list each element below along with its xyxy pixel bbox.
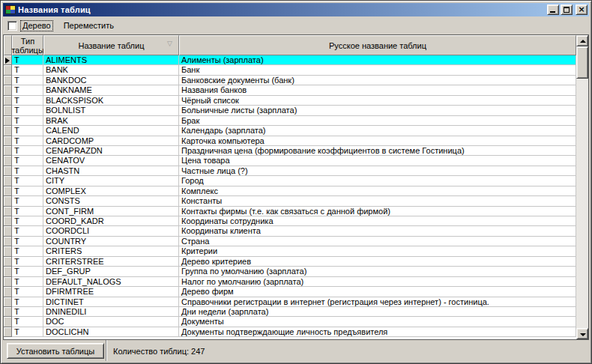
table-row[interactable]: TDOCLICHNДокументы подтверждающие личнос… [4, 327, 576, 337]
cell-type[interactable]: T [12, 76, 43, 85]
table-row[interactable]: TBRAKБрак [4, 116, 576, 126]
vertical-scrollbar[interactable] [576, 35, 588, 339]
table-row[interactable]: TCALENDКалендарь (зарплата) [4, 126, 576, 136]
cell-russian[interactable]: Критерии [179, 246, 576, 256]
table-row[interactable]: TBANKNAMEНазвания банков [4, 85, 576, 95]
cell-type[interactable]: T [12, 226, 43, 236]
cell-name[interactable]: CRITERSTREE [43, 257, 179, 267]
close-button[interactable]: × [576, 4, 588, 15]
move-menu-item[interactable]: Переместить [64, 21, 114, 30]
cell-russian[interactable]: Константы [179, 196, 576, 206]
cell-name[interactable]: BRAK [43, 116, 179, 126]
table-row[interactable]: TCITYГород [4, 176, 576, 186]
cell-russian[interactable]: Частные лица (?) [179, 166, 576, 176]
cell-name[interactable]: DEFAULT_NALOGS [43, 277, 179, 287]
cell-type[interactable]: T [12, 55, 43, 65]
cell-russian[interactable]: Налог по умолчанию (зарплата) [179, 277, 576, 287]
cell-type[interactable]: T [12, 146, 43, 156]
table-row[interactable]: TCHASTNЧастные лица (?) [4, 166, 576, 176]
cell-name[interactable]: CONSTS [43, 196, 179, 206]
cell-russian[interactable]: Банковские документы (банк) [179, 76, 576, 85]
cell-type[interactable]: T [12, 96, 43, 106]
cell-type[interactable]: T [12, 196, 43, 206]
cell-name[interactable]: BOLNLIST [43, 106, 179, 115]
cell-type[interactable]: T [12, 116, 43, 126]
table-row[interactable]: TDNINEDILIДни недели (зарплата) [4, 307, 576, 317]
cell-type[interactable]: T [12, 156, 43, 166]
cell-russian[interactable]: Цена товара [179, 156, 576, 166]
cell-russian[interactable]: Календарь (зарплата) [179, 126, 576, 136]
cell-name[interactable]: COORD_KADR [43, 216, 179, 226]
cell-name[interactable]: CRITERS [43, 246, 179, 256]
table-row[interactable]: TCENAPRAZDNПраздничная цена (формировани… [4, 146, 576, 156]
cell-name[interactable]: BLACKSPISOK [43, 96, 179, 106]
cell-type[interactable]: T [12, 176, 43, 186]
table-row[interactable]: TDICTINETСправочники регистрации в интер… [4, 297, 576, 307]
cell-name[interactable]: COORDCLI [43, 226, 179, 236]
cell-type[interactable]: T [12, 106, 43, 115]
cell-name[interactable]: DNINEDILI [43, 307, 179, 317]
table-row[interactable]: TDEFAULT_NALOGSНалог по умолчанию (зарпл… [4, 277, 576, 287]
table-row[interactable]: TCARDCOMPКарточка компьютера [4, 136, 576, 146]
cell-type[interactable]: T [12, 207, 43, 216]
cell-russian[interactable]: Дни недели (зарплата) [179, 307, 576, 317]
cell-type[interactable]: T [12, 257, 43, 267]
cell-type[interactable]: T [12, 126, 43, 136]
cell-name[interactable]: DOC [43, 317, 179, 327]
cell-type[interactable]: T [12, 277, 43, 287]
cell-type[interactable]: T [12, 166, 43, 176]
cell-russian[interactable]: Контакты фирмы (т.е. как связаться с дан… [179, 207, 576, 216]
cell-name[interactable]: ALIMENTS [43, 55, 179, 65]
header-table-name[interactable]: Название таблиц ▽ [43, 35, 179, 55]
cell-type[interactable]: T [12, 65, 43, 75]
tree-checkbox-label[interactable]: Дерево [20, 20, 53, 31]
cell-name[interactable]: CONT_FIRM [43, 207, 179, 216]
table-row[interactable]: TBOLNLISTБольничные листы (зарплата) [4, 106, 576, 115]
table-row[interactable]: TBANKБанк [4, 65, 576, 75]
cell-russian[interactable]: Больничные листы (зарплата) [179, 106, 576, 115]
maximize-button[interactable] [561, 4, 573, 15]
table-row[interactable]: TBANKDOCБанковские документы (банк) [4, 76, 576, 85]
cell-type[interactable]: T [12, 216, 43, 226]
cell-russian[interactable]: Названия банков [179, 85, 576, 95]
header-table-type[interactable]: Тип таблицы [12, 35, 43, 55]
table-row[interactable]: TCENATOVЦена товара [4, 156, 576, 166]
cell-name[interactable]: BANKNAME [43, 85, 179, 95]
cell-russian[interactable]: Координаты клиента [179, 226, 576, 236]
cell-type[interactable]: T [12, 267, 43, 276]
cell-name[interactable]: CENATOV [43, 156, 179, 166]
scroll-up-button[interactable] [576, 35, 588, 46]
header-russian-name[interactable]: Русское название таблиц [179, 35, 576, 55]
cell-type[interactable]: T [12, 307, 43, 317]
minimize-button[interactable] [547, 4, 559, 15]
scroll-down-button[interactable] [576, 328, 588, 339]
table-row[interactable]: TCRITERSКритерии [4, 246, 576, 256]
cell-russian[interactable]: Страна [179, 237, 576, 246]
cell-name[interactable]: DICTINET [43, 297, 179, 307]
cell-type[interactable]: T [12, 85, 43, 95]
table-row[interactable]: TDOCДокументы [4, 317, 576, 327]
cell-type[interactable]: T [12, 186, 43, 196]
cell-russian[interactable]: Карточка компьютера [179, 136, 576, 146]
table-row[interactable]: TDEF_GRUPГруппа по умолчанию (зарплата) [4, 267, 576, 276]
tree-checkbox[interactable] [7, 21, 17, 31]
cell-type[interactable]: T [12, 317, 43, 327]
cell-name[interactable]: CITY [43, 176, 179, 186]
cell-name[interactable]: DFIRMTREE [43, 287, 179, 297]
cell-russian[interactable]: Дерево критериев [179, 257, 576, 267]
cell-name[interactable]: CENAPRAZDN [43, 146, 179, 156]
cell-russian[interactable]: Город [179, 176, 576, 186]
cell-russian[interactable]: Справочники регистрации в интернет (реги… [179, 297, 576, 307]
cell-name[interactable]: CHASTN [43, 166, 179, 176]
cell-russian[interactable]: Документы [179, 317, 576, 327]
cell-russian[interactable]: Дерево фирм [179, 287, 576, 297]
cell-type[interactable]: T [12, 327, 43, 337]
table-row[interactable]: TCOORD_KADRКоординаты сотрудника [4, 216, 576, 226]
scrollbar-thumb[interactable] [576, 46, 588, 79]
cell-name[interactable]: BANK [43, 65, 179, 75]
cell-russian[interactable]: Комплекс [179, 186, 576, 196]
cell-type[interactable]: T [12, 136, 43, 146]
cell-russian[interactable]: Чёрный список [179, 96, 576, 106]
cell-russian[interactable]: Документы подтверждающие личность предъя… [179, 327, 576, 337]
table-row[interactable]: TDFIRMTREEДерево фирм [4, 287, 576, 297]
